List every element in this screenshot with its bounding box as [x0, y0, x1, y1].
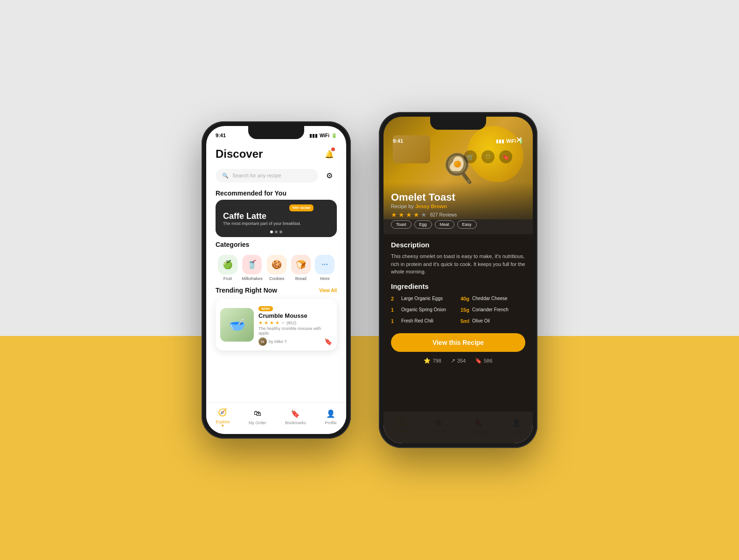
- crumble-footer: M by Mike T. 🔖: [258, 337, 332, 346]
- explore-icon: 🧭: [217, 407, 228, 418]
- recipe-description: This cheesy omelet on toast is easy to m…: [391, 252, 525, 276]
- chili-name: Fresh Red Chili: [401, 318, 433, 323]
- r-star-1: ★: [391, 211, 397, 218]
- ingredient-olive-oil: 5ml Olive Oil: [460, 316, 525, 326]
- favorites-count: 798: [432, 358, 441, 364]
- promo-card[interactable]: Caffe Latte The most important part of y…: [216, 200, 337, 237]
- onion-name: Organic Spring Onion: [401, 307, 446, 312]
- oil-name: Olive Oil: [472, 318, 490, 323]
- star-1: ★: [258, 320, 263, 325]
- filter-button[interactable]: ⚙: [322, 168, 337, 183]
- phone-recipe: 🍳 ✕ 9:41 ▮▮▮ WiFi 🔋 🛒 ♡ 🔖: [379, 112, 537, 448]
- crumble-info: NEW! Crumble Mousse ★ ★ ★ ★ ★ (852) The …: [258, 303, 332, 346]
- ingredient-chili: 1 Fresh Red Chili: [391, 316, 456, 326]
- signal-icon-1: ▮▮▮: [309, 133, 318, 138]
- notification-dot: [331, 147, 335, 151]
- recipe-tags: Toast Egg Meat Easy: [391, 220, 525, 229]
- milkshakes-label: Milkshakes: [242, 276, 263, 281]
- recipe-hero-info: 🛒 ♡ 🔖 Omelet Toast Recipe by Jessy Brown…: [383, 147, 533, 234]
- ingredients-grid: 2 Large Organic Eggs 40g Cheddar Cheese …: [391, 294, 525, 326]
- trending-card-crumble[interactable]: 🥣 NEW! Crumble Mousse ★ ★ ★ ★ ★ (852) Th…: [216, 299, 337, 350]
- my-order-icon: 🛍: [252, 408, 263, 419]
- cart-icon[interactable]: 🛒: [464, 150, 477, 163]
- chili-qty: 1: [391, 318, 398, 324]
- search-input[interactable]: 🔍 Search for any recipe: [216, 169, 318, 182]
- promo-subtitle: The most important part of your breakfas…: [223, 221, 301, 226]
- my-order-label: My Order: [249, 420, 266, 425]
- view-recipe-button[interactable]: View this Recipe: [391, 333, 525, 352]
- notch: [248, 126, 304, 139]
- bookmark-icon[interactable]: 🔖: [324, 338, 332, 345]
- nav-explore[interactable]: 🧭 Explore: [216, 407, 230, 427]
- trending-label: Trending Right Now: [216, 287, 277, 294]
- filter-icon: ⚙: [326, 171, 333, 180]
- nav-bookmarks[interactable]: 🔖 Bookmarks: [285, 408, 306, 425]
- discover-header: Discover 🔔: [206, 141, 346, 165]
- view-all-button[interactable]: View All: [319, 288, 337, 293]
- save-icon[interactable]: 🔖: [499, 150, 512, 163]
- shares-count: 354: [457, 358, 466, 364]
- promo-dots: [270, 231, 282, 233]
- crumble-reviews: (852): [286, 321, 296, 325]
- time-1: 9:41: [216, 133, 226, 138]
- heart-icon[interactable]: ♡: [481, 150, 495, 163]
- onion-qty: 1: [391, 307, 398, 313]
- ingredient-coriander: 15g Coriander French: [460, 305, 525, 315]
- star-4: ★: [275, 320, 279, 325]
- explore-label: Explore: [216, 420, 230, 424]
- recipe-by: Recipe by Jessy Brown: [391, 203, 525, 209]
- coriander-qty: 15g: [460, 307, 469, 313]
- recipe-stats: ⭐ 798 ↗ 354 🔖 586: [391, 357, 525, 364]
- crumble-name: Crumble Mousse: [258, 312, 332, 319]
- bread-label: Bread: [295, 276, 307, 281]
- more-label: More: [320, 276, 330, 281]
- recipe-content: 9:41 ▮▮▮ WiFi 🔋 🛒 ♡ 🔖 Omelet Toast Recip…: [383, 132, 533, 443]
- recipe-reviews: 827 Reviews: [430, 212, 457, 217]
- battery-icon-1: 🔋: [331, 133, 337, 138]
- nav-profile[interactable]: 👤 Profile: [325, 408, 337, 425]
- cheddar-name: Cheddar Cheese: [472, 296, 508, 301]
- share-stat-icon: ↗: [451, 357, 455, 364]
- fruit-icon: 🍏: [218, 255, 237, 274]
- phone-discover: 9:41 ▮▮▮ WiFi 🔋 Discover 🔔 🔍 Search: [202, 121, 351, 439]
- category-cookies[interactable]: 🍪 Cookies: [267, 255, 286, 281]
- profile-label: Profile: [325, 420, 337, 425]
- tag-egg[interactable]: Egg: [414, 220, 432, 229]
- bread-icon: 🍞: [291, 255, 311, 274]
- ingredient-spring-onion: 1 Organic Spring Onion: [391, 305, 456, 315]
- r-star-5: ★: [421, 211, 427, 218]
- close-button[interactable]: ✕: [512, 133, 525, 147]
- tag-toast[interactable]: Toast: [391, 220, 411, 229]
- tag-easy[interactable]: Easy: [457, 220, 477, 229]
- crumble-stars: ★ ★ ★ ★ ★ (852): [258, 320, 332, 325]
- signal-icon-2: ▮▮▮: [496, 139, 504, 144]
- category-more[interactable]: ⋯ More: [315, 255, 335, 281]
- time-2: 9:41: [393, 138, 403, 144]
- bookmarks-label: Bookmarks: [285, 420, 306, 425]
- crumble-image: 🥣: [220, 308, 254, 342]
- author-avatar: M: [258, 337, 267, 346]
- category-milkshakes[interactable]: 🥤 Milkshakes: [242, 255, 263, 281]
- r-star-3: ★: [406, 211, 412, 218]
- try-badge: TRY NOW!: [289, 204, 314, 211]
- r-star-4: ★: [413, 211, 419, 218]
- crumble-desc: The healthy crumble mousse with apple.: [258, 326, 332, 336]
- categories-label: Categories: [206, 237, 346, 251]
- search-icon: 🔍: [222, 173, 229, 179]
- oil-qty: 5ml: [460, 318, 469, 324]
- r-star-2: ★: [398, 211, 404, 218]
- status-bar-2: 9:41 ▮▮▮ WiFi 🔋: [383, 132, 533, 147]
- cookies-icon: 🍪: [267, 255, 286, 274]
- wifi-icon-1: WiFi: [320, 133, 329, 138]
- active-indicator: [222, 425, 223, 427]
- nav-my-order[interactable]: 🛍 My Order: [249, 408, 266, 425]
- bell-button[interactable]: 🔔: [322, 147, 337, 161]
- bottom-nav-1: 🧭 Explore 🛍 My Order 🔖 Bookmarks 👤 Profi…: [206, 402, 346, 434]
- description-label: Description: [391, 241, 525, 249]
- recipe-author: Jessy Brown: [415, 203, 447, 209]
- ingredients-label: Ingredients: [391, 282, 525, 290]
- category-fruit[interactable]: 🍏 Fruit: [218, 255, 237, 281]
- tag-meat[interactable]: Meat: [435, 220, 454, 229]
- categories-row: 🍏 Fruit 🥤 Milkshakes 🍪 Cookies 🍞 Bread ⋯: [206, 251, 346, 285]
- category-bread[interactable]: 🍞 Bread: [291, 255, 311, 281]
